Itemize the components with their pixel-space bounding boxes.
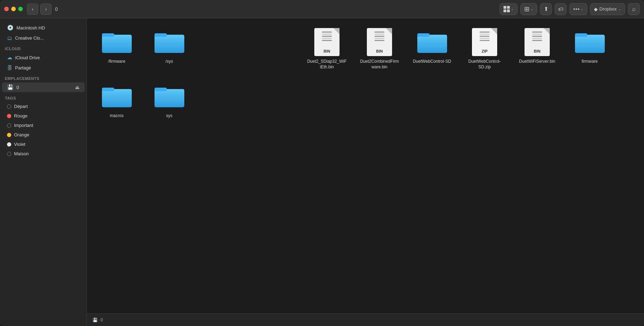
svg-rect-14 (102, 88, 114, 91)
view-chevron-icon: ⌄ (511, 7, 514, 11)
more-button[interactable]: ••• ⌄ (569, 3, 587, 15)
file-item-duetwebcontrol-sd[interactable]: DuetWebControl-SD (409, 25, 455, 73)
main-content: 💿 Macintosh HD 🗂 Creative Clo... iCloud … (0, 18, 644, 326)
sidebar-item-tag-orange[interactable]: Orange (2, 130, 84, 139)
title-bar: ‹ › 0 ⌄ ⊞ ⌄ ⬆ 🏷 ••• ⌄ (0, 0, 644, 18)
svg-rect-8 (417, 33, 430, 37)
sidebar-item-icloud-drive[interactable]: ☁ iCloud Drive (2, 53, 84, 62)
sidebar-item-drive-0[interactable]: 💾 0 ⏏ (2, 82, 84, 92)
view-icon-button[interactable]: ⌄ (500, 3, 518, 15)
tag-button[interactable]: 🏷 (555, 3, 567, 15)
tag-maison-label: Maison (14, 151, 29, 156)
folder-svg-sys-root (155, 30, 184, 54)
svg-rect-17 (155, 88, 167, 91)
sidebar-item-tag-depart[interactable]: Départ (2, 102, 84, 111)
zip-label-1: ZIP (481, 49, 487, 53)
toolbar: ⌄ ⊞ ⌄ ⬆ 🏷 ••• ⌄ ◆ Dropbox ⌄ ⌕ (500, 3, 640, 15)
more-icon: ••• (573, 6, 580, 12)
nav-count: 0 (55, 6, 58, 12)
statusbar-drive-label: 0 (101, 318, 103, 322)
file-item-duet2-combined[interactable]: BIN Duet2CombinedFirmware.bin (357, 25, 402, 73)
list-view-icon: ⊞ (524, 5, 529, 13)
sidebar-label-creative-cloud: Creative Clo... (15, 35, 44, 41)
bin-file-duet2-sdiap32: BIN (314, 28, 340, 56)
zip-file-duetwebcontrol: ZIP (472, 28, 497, 56)
zip-lines-4 (532, 32, 542, 41)
file-item-sys-root[interactable]: /sys (146, 25, 192, 73)
svg-rect-4 (155, 35, 184, 53)
file-browser: /firmware (87, 18, 644, 313)
sidebar-item-tag-violet[interactable]: Violet (2, 140, 84, 149)
file-item-macros[interactable]: macros (94, 80, 139, 122)
forward-button[interactable]: › (40, 4, 52, 15)
search-button[interactable]: ⌕ (628, 3, 640, 15)
hd-icon: 💿 (7, 25, 14, 31)
minimize-button[interactable] (11, 7, 16, 11)
sys-root-label: /sys (165, 59, 173, 64)
sidebar-item-creative-cloud[interactable]: 🗂 Creative Clo... (2, 33, 84, 43)
svg-rect-10 (575, 35, 605, 53)
macros-label: macros (110, 113, 123, 119)
zip-lines-2 (375, 32, 384, 41)
macros-icon (101, 82, 132, 110)
firmware-icon (574, 28, 605, 56)
icloud-icon: ☁ (7, 54, 12, 61)
svg-rect-11 (575, 33, 587, 37)
dropbox-label: Dropbox (600, 6, 617, 12)
tag-important-dot (7, 123, 11, 128)
svg-rect-2 (102, 33, 114, 37)
back-button[interactable]: ‹ (27, 4, 38, 15)
sidebar-item-tag-important[interactable]: Important (2, 121, 84, 130)
file-item-duetwebcontrol-zip[interactable]: ZIP DuetWebControl-SD.zip (462, 25, 507, 73)
folder-svg-sys (155, 84, 184, 109)
sys-root-icon (153, 28, 185, 56)
svg-rect-5 (155, 33, 167, 37)
tag-rouge-dot (7, 114, 11, 118)
sidebar-item-partage[interactable]: 🗄 Partagé (2, 63, 84, 73)
file-item-sys[interactable]: sys (146, 80, 192, 122)
tag-violet-dot (7, 142, 11, 147)
sidebar-item-tag-maison[interactable]: Maison (2, 149, 84, 158)
creative-cloud-icon: 🗂 (7, 35, 12, 41)
dropbox-button[interactable]: ◆ Dropbox ⌄ (590, 3, 625, 15)
sidebar-item-tag-rouge[interactable]: Rouge (2, 111, 84, 120)
eject-icon[interactable]: ⏏ (75, 84, 80, 90)
sidebar-item-macintosh-hd[interactable]: 💿 Macintosh HD (2, 23, 84, 33)
duetwifiserver-icon: BIN (521, 28, 553, 56)
spacer1 (199, 25, 245, 73)
share-button[interactable]: ⬆ (540, 3, 552, 15)
file-item-firmware[interactable]: firmware (567, 25, 612, 73)
file-item-duetwifiserver[interactable]: BIN DuetWiFiServer.bin (514, 25, 560, 73)
maximize-button[interactable] (18, 7, 23, 11)
sys-icon (153, 82, 185, 110)
duetwebcontrol-zip-icon: ZIP (469, 28, 500, 56)
search-icon: ⌕ (632, 6, 636, 13)
svg-rect-1 (102, 35, 132, 53)
share-icon: ⬆ (544, 6, 548, 12)
status-bar: 💾 0 (87, 313, 644, 326)
tag-important-label: Important (14, 123, 33, 128)
sidebar: 💿 Macintosh HD 🗂 Creative Clo... iCloud … (0, 18, 87, 326)
tags-section-label: Tags (0, 93, 87, 102)
statusbar-drive-icon: 💾 (93, 318, 98, 322)
drive-icon: 💾 (7, 84, 14, 90)
folder-svg-firmware-root (102, 30, 132, 54)
dropbox-chevron-icon: ⌄ (618, 7, 621, 11)
view-list-button[interactable]: ⊞ ⌄ (520, 3, 537, 15)
more-chevron-icon: ⌄ (581, 7, 583, 11)
tag-maison-dot (7, 152, 11, 156)
locations-section-label: Emplacements (0, 73, 87, 82)
traffic-lights (4, 7, 23, 11)
bin-label-2: BIN (376, 49, 383, 53)
tag-depart-label: Départ (14, 104, 28, 109)
file-item-duet2-sdiap32[interactable]: BIN Duet2_SDiap32_WiFiEth.bin (304, 25, 350, 73)
duetwebcontrol-zip-label: DuetWebControl-SD.zip (465, 59, 505, 70)
svg-rect-13 (102, 89, 132, 107)
duet2-combined-label: Duet2CombinedFirmware.bin (359, 59, 399, 70)
spacer2 (252, 25, 297, 73)
duet2-sdiap32-label: Duet2_SDiap32_WiFiEth.bin (307, 59, 347, 70)
list-chevron-icon: ⌄ (530, 7, 533, 11)
file-item-firmware-root[interactable]: /firmware (94, 25, 139, 73)
icloud-section-label: iCloud (0, 43, 87, 52)
close-button[interactable] (4, 7, 9, 11)
